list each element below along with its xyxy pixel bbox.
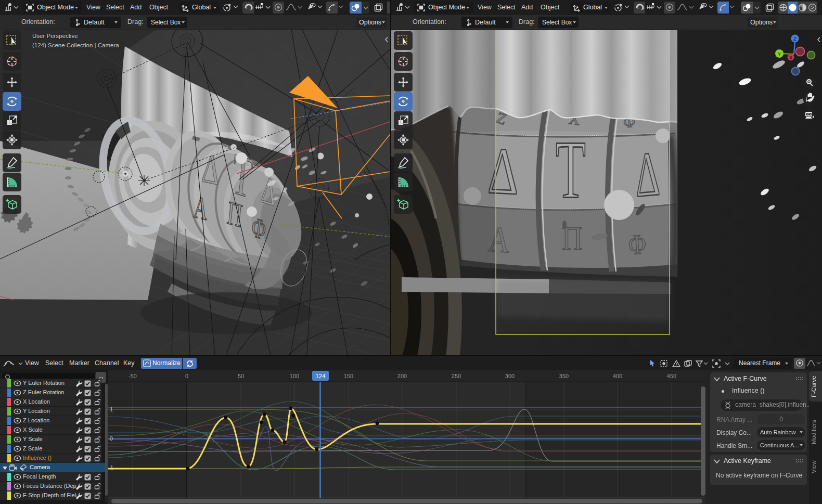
- svg-text:Y: Y: [778, 51, 781, 57]
- svg-text:100: 100: [290, 373, 299, 379]
- svg-text:350: 350: [559, 373, 569, 379]
- svg-text:Z: Z: [793, 36, 797, 42]
- svg-text:0: 0: [110, 435, 113, 442]
- svg-text:Φ: Φ: [627, 228, 647, 261]
- svg-text:-1: -1: [108, 464, 113, 471]
- svg-text:Α: Α: [192, 190, 209, 227]
- svg-text:1: 1: [110, 406, 113, 412]
- svg-text:Δ: Δ: [634, 138, 661, 211]
- svg-text:400: 400: [613, 373, 622, 379]
- svg-text:450: 450: [667, 373, 676, 379]
- svg-text:50: 50: [238, 373, 244, 379]
- svg-text:X: X: [789, 55, 792, 60]
- svg-text:-50: -50: [129, 373, 137, 379]
- svg-text:124: 124: [315, 373, 326, 379]
- svg-text:250: 250: [452, 373, 461, 379]
- svg-text:300: 300: [505, 373, 515, 379]
- svg-text:200: 200: [397, 373, 407, 379]
- svg-text:0: 0: [185, 373, 188, 379]
- svg-text:150: 150: [344, 373, 353, 379]
- svg-text:T: T: [556, 124, 586, 215]
